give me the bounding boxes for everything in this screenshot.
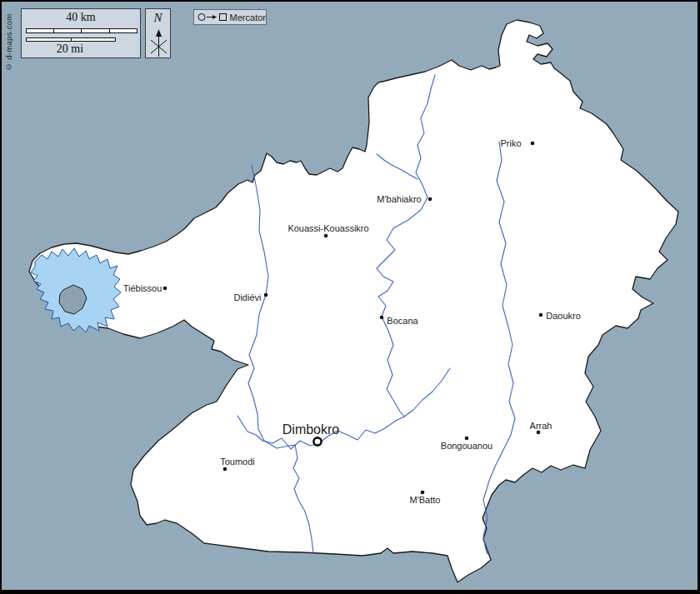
map-image: PrikoM'bahiakroKouassi-KouassikroTiébiss…	[2, 2, 700, 594]
city-label-bongouanou: Bongouanou	[441, 441, 492, 451]
city-marker-daoukro	[539, 313, 543, 317]
city-marker-m-batto	[421, 491, 425, 495]
city-marker-arrah	[537, 431, 541, 435]
map-canvas: PrikoM'bahiakroKouassi-KouassikroTiébiss…	[0, 0, 700, 594]
city-label-priko: Priko	[500, 138, 521, 148]
copyright-watermark: © d-maps.com	[4, 8, 13, 72]
city-marker-bongouanou	[465, 437, 469, 441]
city-marker-bocana	[380, 316, 384, 320]
city-label-didi-vi: Didiévi	[233, 292, 261, 302]
city-marker-ti-bissou	[163, 287, 168, 291]
scale-mi-label: 20 mi	[22, 42, 118, 56]
projection-symbols-icon	[198, 12, 228, 22]
city-label-kouassi-kouassikro: Kouassi-Kouassikro	[288, 223, 368, 233]
scale-km-label: 40 km	[22, 11, 140, 24]
city-marker-kouassi-kouassikro	[324, 234, 328, 238]
city-label-daoukro: Daoukro	[546, 311, 581, 321]
scale-bar-panel: 40 km 20 mi	[21, 8, 141, 58]
city-label-dimbokro: Dimbokro	[282, 422, 340, 437]
city-label-m-bahiakro: M'bahiakro	[377, 194, 421, 204]
projection-label: Mercator	[230, 12, 266, 22]
projection-legend: Mercator	[193, 9, 267, 25]
city-label-m-batto: M'Batto	[410, 495, 441, 505]
scale-bars	[26, 28, 138, 43]
city-marker-dimbokro	[313, 437, 321, 445]
compass-arrow-icon	[146, 29, 172, 59]
city-marker-m-bahiakro	[428, 197, 432, 202]
city-marker-didi-vi	[264, 293, 268, 297]
city-marker-toumodi	[223, 467, 228, 472]
region-outline	[29, 20, 678, 582]
compass-panel: N	[145, 8, 171, 58]
compass-north-label: N	[146, 11, 170, 25]
city-label-arrah: Arrah	[530, 421, 552, 431]
city-label-bocana: Bocana	[387, 316, 418, 326]
city-marker-priko	[531, 142, 535, 146]
city-label-toumodi: Toumodi	[220, 457, 255, 467]
city-label-ti-bissou: Tiébissou	[123, 283, 162, 293]
